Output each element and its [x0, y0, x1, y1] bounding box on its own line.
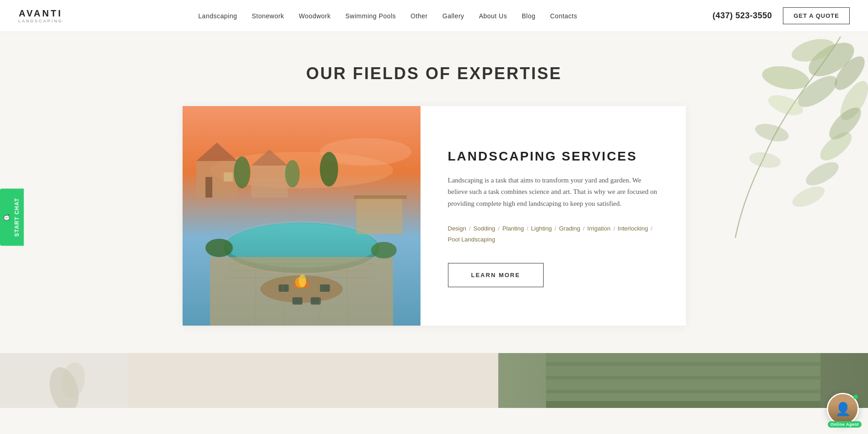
nav-about-us[interactable]: About Us	[479, 12, 507, 20]
svg-point-22	[234, 156, 250, 188]
svg-rect-19	[224, 172, 233, 182]
pool-scene-bg	[183, 106, 421, 326]
nav-swimming-pools[interactable]: Swimming Pools	[345, 12, 396, 20]
preview-left-panel	[0, 353, 128, 408]
svg-point-24	[320, 152, 338, 187]
service-content: LANDSCAPING SERVICES Landscaping is a ta…	[421, 106, 686, 326]
tag-pool-landscaping: Pool Landscaping	[448, 234, 495, 245]
get-quote-button[interactable]: GET A QUOTE	[783, 7, 850, 24]
service-description: Landscaping is a task that aims to trans…	[448, 175, 658, 210]
svg-rect-47	[354, 195, 407, 199]
tag-interlocking: Interlocking	[618, 223, 648, 234]
tag-irrigation: Irrigation	[588, 223, 611, 234]
svg-point-44	[205, 239, 233, 257]
preview-right-panel	[498, 353, 868, 408]
leaf-decoration-icon	[694, 32, 868, 242]
nav-stonework[interactable]: Stonework	[252, 12, 284, 20]
nav-contacts[interactable]: Contacts	[550, 12, 577, 20]
service-card: LANDSCAPING SERVICES Landscaping is a ta…	[183, 106, 686, 326]
tag-lighting: Lighting	[531, 223, 552, 234]
svg-rect-20	[251, 166, 288, 198]
svg-rect-36	[311, 297, 321, 305]
logo-brand: AVANTI	[19, 8, 62, 19]
svg-rect-34	[320, 284, 330, 292]
chat-icon: 💬	[4, 214, 10, 221]
svg-point-8	[802, 157, 842, 190]
logo[interactable]: AVANTI LANDSCAPING	[18, 8, 63, 23]
nav-blog[interactable]: Blog	[522, 12, 535, 20]
svg-rect-51	[546, 362, 820, 366]
preview-middle-panel	[128, 353, 498, 408]
nav-other[interactable]: Other	[410, 12, 428, 20]
svg-point-12	[748, 150, 782, 170]
pool-illustration	[183, 106, 421, 326]
service-image	[183, 106, 421, 326]
tag-design: Design	[448, 223, 466, 234]
svg-rect-46	[356, 198, 402, 234]
tag-planting: Planting	[502, 223, 524, 234]
svg-rect-53	[546, 390, 820, 393]
chat-label: START CHAT	[14, 198, 20, 236]
service-tags: Design / Sodding / Planting / Lighting /…	[448, 223, 658, 245]
online-indicator	[853, 395, 858, 399]
svg-rect-18	[205, 177, 212, 198]
svg-point-9	[789, 182, 827, 211]
header: AVANTI LANDSCAPING Landscaping Stonework…	[0, 0, 868, 32]
logo-sub: LANDSCAPING	[18, 19, 63, 23]
svg-point-32	[299, 274, 306, 287]
preview-right-illustration	[498, 353, 868, 408]
bottom-preview	[0, 353, 868, 408]
main-content: OUR FIELDS OF EXPERTISE	[0, 0, 868, 408]
nav-woodwork[interactable]: Woodwork	[299, 12, 331, 20]
svg-rect-33	[279, 284, 289, 292]
main-nav: Landscaping Stonework Woodwork Swimming …	[198, 12, 577, 20]
tag-grading: Grading	[559, 223, 580, 234]
learn-more-button[interactable]: LEARN MORE	[448, 263, 544, 287]
chat-button[interactable]: 💬 START CHAT	[0, 188, 24, 246]
expertise-section: OUR FIELDS OF EXPERTISE	[0, 32, 868, 353]
svg-rect-35	[292, 297, 302, 305]
nav-gallery[interactable]: Gallery	[442, 12, 464, 20]
service-title: LANDSCAPING SERVICES	[448, 149, 658, 164]
svg-rect-50	[546, 353, 820, 408]
svg-rect-54	[546, 401, 820, 408]
header-right: (437) 523-3550 GET A QUOTE	[712, 7, 850, 24]
nav-landscaping[interactable]: Landscaping	[198, 12, 237, 20]
tag-sodding: Sodding	[474, 223, 496, 234]
svg-point-45	[371, 242, 397, 258]
svg-point-3	[760, 63, 811, 92]
phone-number: (437) 523-3550	[712, 11, 772, 21]
svg-point-23	[285, 160, 300, 188]
preview-leaf-icon	[37, 353, 92, 408]
svg-rect-52	[546, 376, 820, 380]
